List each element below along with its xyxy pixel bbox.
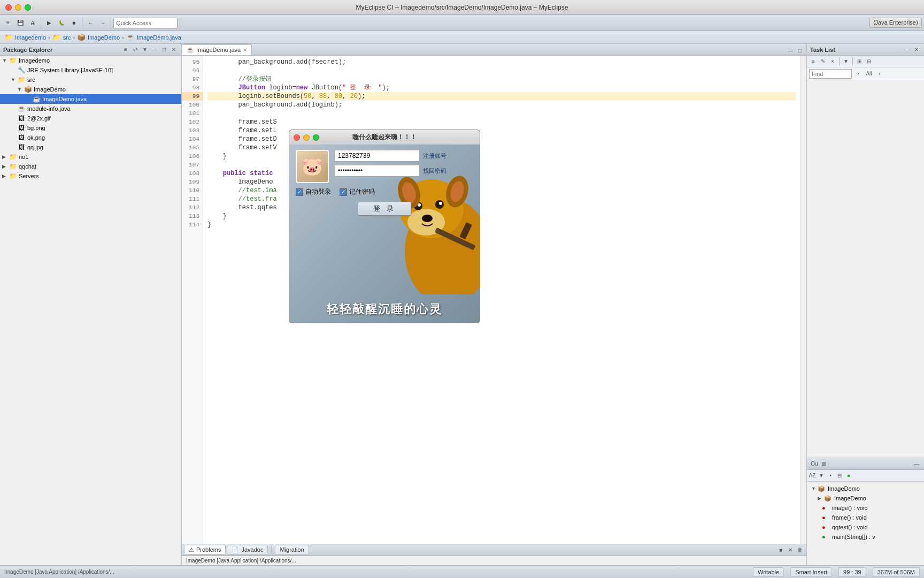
code-line-111: //test.fra <box>207 195 796 203</box>
hide-fields-btn[interactable]: • <box>826 471 835 480</box>
task-list-panel: Task List — ✕ ≡ ✎ × ▼ ⊞ ⊟ <box>807 44 924 458</box>
terminate-button[interactable]: ✕ <box>786 545 795 554</box>
tree-item-bg-png[interactable]: 🖼 bg.png <box>0 123 181 133</box>
sort-btn[interactable]: AZ <box>808 471 817 480</box>
outline-panel: Ou ⊠ — AZ ▼ • ⊟ ● <box>807 458 924 565</box>
minimize-panel-button[interactable]: — <box>150 45 159 54</box>
tree-item-qq-jpg[interactable]: 🖼 qq.jpg <box>0 142 181 152</box>
stop-button[interactable]: ■ <box>776 545 785 554</box>
breadcrumb-item-4[interactable]: ImageDemo.java <box>137 34 181 41</box>
code-editor[interactable]: 95 96 97 98 99 100 101 102 103 104 105 1… <box>182 56 806 544</box>
code-line-99: loginb.setBounds(50, 88, 80, 20); <box>207 92 796 101</box>
editor-main: ☕ ImageDemo.java ✕ — □ 95 96 97 98 <box>182 44 806 565</box>
tab-close-button[interactable]: ✕ <box>243 47 247 53</box>
remove-button[interactable]: 🗑 <box>796 545 804 554</box>
package-explorer-panel: Package Explorer ≡ ⇄ ▼ — □ ✕ ▼ 📁 Imagede… <box>0 44 182 565</box>
code-line-114: } <box>207 220 796 229</box>
package-explorer-header: Package Explorer ≡ ⇄ ▼ — □ ✕ <box>0 44 181 56</box>
right-panel: Task List — ✕ ≡ ✎ × ▼ ⊞ ⊟ <box>806 44 924 565</box>
perspective-button[interactable]: ⟨Java Enterprise⟩ <box>869 18 922 28</box>
close-button[interactable] <box>5 4 12 11</box>
maximize-button[interactable] <box>25 4 31 11</box>
panel-menu-button[interactable]: ▼ <box>141 45 149 54</box>
breadcrumb-item-3[interactable]: ImageDemo <box>88 34 120 41</box>
toolbar-back[interactable]: ← <box>84 17 96 29</box>
toolbar-run[interactable]: ▶ <box>43 17 55 29</box>
tree-item-imagedemo-java[interactable]: ☕ ImageDemo.java <box>0 94 181 104</box>
find-all-button[interactable]: All <box>865 70 873 78</box>
find-input[interactable] <box>809 69 852 79</box>
collapse-outline-btn[interactable]: ⊟ <box>835 471 844 480</box>
breadcrumb-item-1[interactable]: Imagedemo <box>15 34 46 41</box>
code-line-110: //test.ima <box>207 186 796 195</box>
toolbar-group-1: ≡ 💾 🖨 <box>2 17 41 29</box>
code-line-102: frame.setS <box>207 118 796 126</box>
tree-item-imagedemo-pkg[interactable]: ▼ 📦 ImageDemo <box>0 85 181 94</box>
editor-max-button[interactable]: □ <box>796 46 804 55</box>
editor-tab-imagedemo[interactable]: ☕ ImageDemo.java ✕ <box>182 44 252 55</box>
tree-item-qqchat[interactable]: ▶ 📁 qqchat <box>0 162 181 171</box>
task-expand[interactable]: ⊞ <box>855 57 864 66</box>
tree-item-servers[interactable]: ▶ 📁 Servers <box>0 171 181 181</box>
code-scrollbar[interactable] <box>800 56 806 544</box>
green-dot[interactable]: ● <box>844 471 853 480</box>
toolbar-save[interactable]: 💾 <box>14 17 26 29</box>
main-toolbar: ≡ 💾 🖨 ▶ 🐛 ■ ← → Quick Access ⟨Java Enter… <box>0 15 924 31</box>
tree-item-jre[interactable]: 🔧 JRE System Library [JavaSE-10] <box>0 65 181 75</box>
outline-tree: ▼ 📦 ImageDemo ▶ 📦 ImageDemo ● image() : … <box>807 482 924 544</box>
tree-item-ok-png[interactable]: 🖼 ok.png <box>0 133 181 142</box>
task-toolbar: ≡ ✎ × ▼ ⊞ ⊟ <box>807 56 924 67</box>
task-btn-2[interactable]: ✎ <box>819 57 827 66</box>
toolbar-group-2: ▶ 🐛 ■ <box>43 17 82 29</box>
code-area[interactable]: 95 96 97 98 99 100 101 102 103 104 105 1… <box>182 56 806 544</box>
migration-tab[interactable]: Migration <box>275 545 309 554</box>
tree-item-module-info[interactable]: ☕ module-info.java <box>0 104 181 113</box>
panel-header-buttons: ≡ ⇄ ▼ — □ ✕ <box>121 45 178 54</box>
toolbar-new[interactable]: ≡ <box>2 17 14 29</box>
javadoc-icon: 📄 <box>232 546 239 553</box>
task-panel-buttons: — ✕ <box>903 45 921 54</box>
javadoc-tab[interactable]: 📄 Javadoc <box>227 545 268 554</box>
code-content[interactable]: pan_background.add(fsecret); //登录按钮 JBut… <box>203 56 800 544</box>
quick-access-box: Quick Access <box>113 18 178 28</box>
outline-item-main[interactable]: ● main(String[]) : v <box>809 532 922 542</box>
task-collapse[interactable]: ⊟ <box>865 57 873 66</box>
outline-menu-btn[interactable]: Ou <box>810 460 819 468</box>
problems-tab[interactable]: ⚠ Problems <box>184 545 226 554</box>
toolbar-stop[interactable]: ■ <box>68 17 80 29</box>
close-panel-button[interactable]: ✕ <box>170 45 178 54</box>
minimize-button[interactable] <box>15 4 21 11</box>
outline-item-imagedemo2[interactable]: ▶ 📦 ImageDemo <box>809 493 922 503</box>
find-next-button[interactable]: › <box>854 70 863 78</box>
tree-item-2at2x[interactable]: 🖼 2@2x.gif <box>0 113 181 123</box>
outline-toggle-btn[interactable]: ⊠ <box>820 460 828 468</box>
outline-filter-btn[interactable]: ▼ <box>817 471 826 480</box>
task-min-button[interactable]: — <box>903 45 911 54</box>
outline-item-imagedemo[interactable]: ▼ 📦 ImageDemo <box>809 484 922 493</box>
toolbar-print[interactable]: 🖨 <box>27 17 38 29</box>
code-line-103: frame.setL <box>207 126 796 135</box>
find-prev-button[interactable]: ‹ <box>875 70 884 78</box>
tree-item-no1[interactable]: ▶ 📁 no1 <box>0 152 181 162</box>
task-filter[interactable]: ▼ <box>842 57 850 66</box>
code-line-113: } <box>207 212 796 220</box>
editor-min-button[interactable]: — <box>786 46 795 55</box>
toolbar-forward[interactable]: → <box>97 17 109 29</box>
maximize-panel-button[interactable]: □ <box>160 45 168 54</box>
toolbar-debug[interactable]: 🐛 <box>56 17 67 29</box>
breadcrumb-item-2[interactable]: src <box>63 34 71 41</box>
memory-status: 367M of 506M <box>873 567 920 577</box>
task-btn-1[interactable]: ≡ <box>809 57 818 66</box>
sync-button[interactable]: ⇄ <box>131 45 140 54</box>
tree-item-imagedemo[interactable]: ▼ 📁 Imagedemo <box>0 56 181 65</box>
task-btn-3[interactable]: × <box>828 57 837 66</box>
outline-item-qqtest[interactable]: ● qqtest() : void <box>809 522 922 532</box>
outline-item-image[interactable]: ● image() : void <box>809 503 922 513</box>
outline-min-btn[interactable]: — <box>912 460 921 468</box>
code-line-108: public static <box>207 169 796 178</box>
task-close-button[interactable]: ✕ <box>912 45 921 54</box>
outline-item-frame[interactable]: ● frame() : void <box>809 513 922 522</box>
tree-item-src[interactable]: ▼ 📁 src <box>0 75 181 85</box>
collapse-all-button[interactable]: ≡ <box>121 45 130 54</box>
window-title: MyEclipse CI – Imagedemo/src/ImageDemo/I… <box>356 4 568 11</box>
